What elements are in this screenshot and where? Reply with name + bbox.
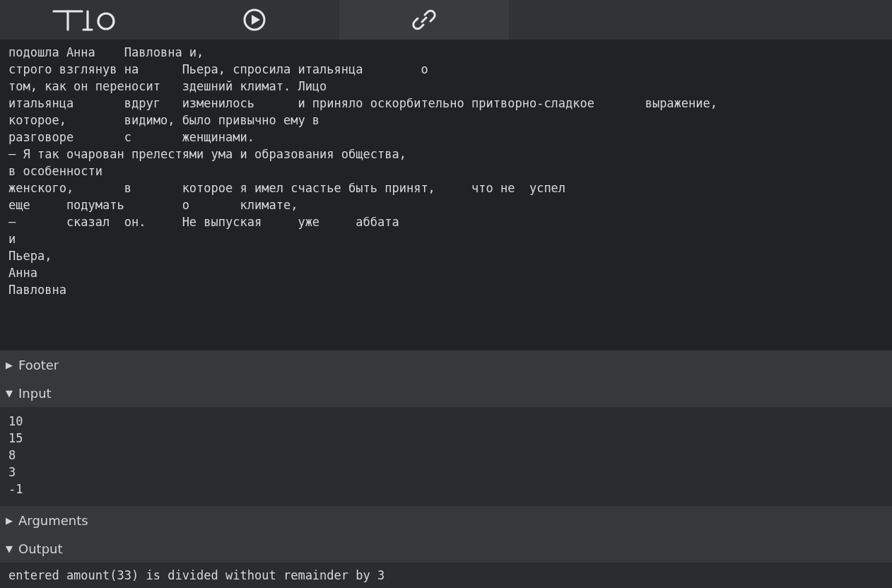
footer-section-label: Footer — [18, 358, 59, 372]
footer-section-header[interactable]: ▶ Footer — [0, 351, 892, 379]
arguments-section-label: Arguments — [18, 513, 88, 528]
input-editor[interactable]: 10 15 8 3 -1 — [0, 407, 892, 506]
svg-point-4 — [98, 13, 114, 29]
logo-button[interactable] — [0, 0, 170, 40]
collapse-right-icon: ▶ — [6, 360, 18, 370]
toolbar — [0, 0, 892, 40]
permalink-button[interactable] — [339, 0, 509, 40]
code-editor[interactable]: подошла Анна Павловна и, строго взглянув… — [0, 40, 892, 351]
collapse-down-icon: ▼ — [6, 388, 18, 399]
tio-logo-icon — [49, 6, 120, 34]
link-icon — [411, 7, 437, 33]
collapse-down-icon: ▼ — [6, 543, 18, 554]
play-circle-icon — [242, 7, 267, 33]
output-section-label: Output — [18, 541, 63, 556]
input-section-header[interactable]: ▼ Input — [0, 379, 892, 407]
output-section-header[interactable]: ▼ Output — [0, 534, 892, 563]
run-button[interactable] — [170, 0, 339, 40]
svg-marker-6 — [252, 15, 260, 25]
input-section-label: Input — [18, 386, 52, 401]
collapse-right-icon: ▶ — [6, 515, 18, 526]
output-display: entered amount(33) is divided without re… — [0, 563, 892, 588]
arguments-section-header[interactable]: ▶ Arguments — [0, 506, 892, 534]
